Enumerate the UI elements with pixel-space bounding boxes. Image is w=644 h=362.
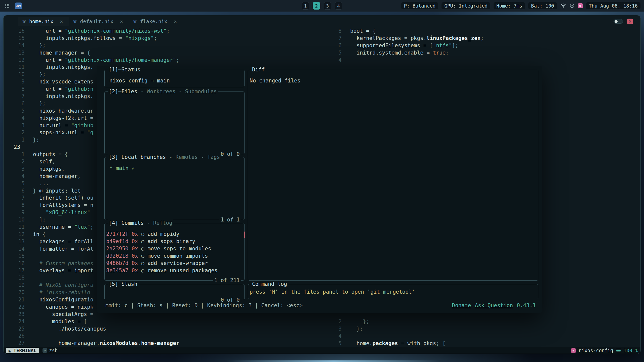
workspace-button-4[interactable]: 4 — [335, 2, 342, 10]
commit-row[interactable]: d920218 0x ○ move common imports — [106, 252, 243, 260]
editor-line[interactable]: 14 }; — [4, 42, 336, 49]
tab-close-icon[interactable]: × — [60, 18, 63, 24]
topbar-module[interactable]: P: Balanced — [401, 2, 438, 9]
line-number: 6 — [336, 42, 342, 49]
commit-row[interactable]: 2717f2f 0x ○ add mopidy — [106, 231, 243, 238]
commits-scrollbar[interactable] — [244, 232, 245, 238]
workspace-button-1[interactable]: 1 — [302, 2, 309, 10]
editor-line[interactable]: 25 ./hosts/canopus — [4, 325, 336, 333]
line-number: 8 — [4, 202, 25, 209]
tab-bar-tabs: ❄home.nix×❄default.nix×❄flake.nix× — [18, 15, 183, 27]
topbar-module[interactable]: GPU: Integrated — [441, 2, 490, 9]
editor-line[interactable]: 4 — [336, 333, 640, 340]
editor-pane-right-bottom: 2 };3 };45 home.packages = with pkgs; [ — [336, 318, 640, 347]
line-number: 17 — [4, 267, 25, 274]
panel-title-diff: Diff — [251, 66, 266, 73]
line-number: 5 — [336, 340, 342, 347]
shell-label: zsh — [49, 348, 58, 353]
panel-title-extra: - Remotes - Tags — [166, 154, 220, 161]
line-text: in { — [25, 231, 46, 238]
tab-close-icon[interactable]: × — [174, 18, 177, 24]
line-text — [25, 332, 33, 340]
shell-tab[interactable]: >zsh — [43, 348, 58, 353]
arrow-icon: → — [151, 77, 154, 84]
editor-line[interactable]: 13 home-manager = { — [4, 49, 336, 57]
editor-line[interactable]: 16 url = "github:nix-community/nixos-wsl… — [4, 27, 336, 35]
tray-circle-icon[interactable] — [570, 3, 575, 8]
lazygit-panel-stash[interactable]: [5]─Stash 0 of 0 — [104, 284, 245, 300]
editor-line[interactable]: 27 home-manager.nixosModules.home-manage… — [4, 340, 336, 347]
commit-author: 0x — [132, 231, 138, 237]
editor-line[interactable]: 5 home.packages = with pkgs; [ — [336, 340, 640, 347]
line-number: 20 — [4, 289, 25, 296]
lazygit-panel-commits[interactable]: [4]─Commits - Reflog 2717f2f 0x ○ add mo… — [104, 223, 245, 281]
editor-line[interactable]: 24 modules = [ — [4, 318, 336, 325]
panel-title-text: Status — [122, 66, 141, 73]
editor-line[interactable]: 15 inputs.nixpkgs.follows = "nixpkgs"; — [4, 35, 336, 42]
tab-home.nix[interactable]: ❄home.nix× — [18, 17, 69, 26]
line-number: 15 — [4, 253, 25, 260]
commit-hash: 8e345a7 — [106, 267, 129, 274]
link-donate[interactable]: Donate — [452, 302, 471, 309]
line-text: self, — [25, 158, 55, 165]
commit-row[interactable]: 8e345a7 0x ○ remove unused packages — [106, 267, 243, 274]
lazygit-panel-command-log[interactable]: Command log press 'M' in the files panel… — [248, 284, 538, 299]
lazygit-panel-branches[interactable]: [3]─Local branches - Remotes - Tags * ma… — [104, 157, 245, 220]
line-text: boot = { — [342, 27, 376, 35]
line-number: 7 — [4, 93, 25, 100]
pink-badge-icon[interactable] — [578, 3, 583, 8]
topbar-module[interactable]: Bat: 100 — [528, 2, 557, 9]
wallpaper-glow — [226, 360, 440, 362]
app-badge[interactable]: JW — [15, 3, 22, 9]
commit-message: move sops to modules — [147, 246, 211, 252]
commit-row[interactable]: 2a23950 0x ○ move sops to modules — [106, 245, 243, 252]
branch-row[interactable]: * main ✓ — [106, 165, 243, 172]
workspace-button-2[interactable]: 2 — [313, 2, 320, 10]
line-number: 19 — [4, 282, 25, 289]
editor-line[interactable]: 12 url = "github:nix-community/home-mana… — [4, 57, 336, 64]
link-ask-question[interactable]: Ask Question — [475, 302, 513, 309]
lazygit-panel-status[interactable]: [1]─Status nixos-config → main — [104, 70, 245, 87]
line-number: 13 — [4, 238, 25, 245]
workspaces: 1234 — [302, 2, 342, 10]
line-text: nur.url = "github — [25, 122, 93, 129]
wifi-icon[interactable] — [560, 3, 566, 8]
line-text: ]; — [25, 216, 46, 223]
editor-line[interactable]: 8boot = { — [336, 27, 640, 35]
window-close-button[interactable]: × — [627, 19, 633, 24]
lazygit-panel-files[interactable]: [2]─Files - Worktrees - Submodules 0 of … — [104, 92, 245, 154]
line-number: 4 — [4, 173, 25, 180]
line-text: kernelPackages = pkgs.linuxPackages_zen; — [342, 35, 484, 42]
line-text: initrd.systemd.enable = true; — [342, 49, 449, 57]
tab-flake.nix[interactable]: ❄flake.nix× — [129, 17, 183, 26]
topbar-module[interactable]: Home: 7ms — [494, 2, 525, 9]
app-menu-grid-icon[interactable] — [4, 2, 11, 10]
line-text: specialArgs = — [25, 311, 93, 318]
status-bar-left: ◣TERMINAL >zsh — [6, 348, 58, 353]
panel-title-commits: [4]─Commits - Reflog — [108, 220, 173, 227]
commit-row[interactable]: b49ef1d 0x ○ add sops binary — [106, 238, 243, 245]
lazygit-overlay: [1]─Status nixos-config → main [2]─Files… — [97, 66, 542, 313]
commit-node-icon: ○ — [141, 253, 144, 259]
editor-line[interactable]: 2 }; — [336, 318, 640, 325]
editor-line[interactable]: 5 initrd.systemd.enable = true; — [336, 49, 640, 57]
editor-line[interactable]: 3 }; — [336, 325, 640, 333]
line-number: 16 — [4, 260, 25, 267]
line-text: nixos-hardware.ur — [25, 107, 93, 115]
line-text — [25, 144, 33, 151]
tab-default.nix[interactable]: ❄default.nix× — [69, 17, 129, 26]
tab-close-icon[interactable]: × — [120, 18, 123, 24]
line-text: forAllSystems = n — [25, 202, 93, 209]
line-text: home-manager = { — [25, 49, 90, 57]
clock[interactable]: Thu Aug 08, 18:16 — [586, 2, 640, 9]
workspace-button-3[interactable]: 3 — [324, 2, 331, 10]
editor-line[interactable]: 26 — [4, 332, 336, 340]
commit-row[interactable]: 9486b7d 0x ○ add service-wrapper — [106, 260, 243, 267]
line-text: nixpkgs, — [25, 165, 65, 173]
editor-line[interactable]: 4 — [336, 57, 640, 64]
titlebar-toggle[interactable] — [614, 19, 623, 24]
editor-line[interactable]: 7 kernelPackages = pkgs.linuxPackages_ze… — [336, 35, 640, 42]
line-text: ./hosts/canopus — [25, 325, 106, 333]
lazygit-panel-diff[interactable]: Diff No changed files — [248, 70, 538, 281]
editor-line[interactable]: 6 supportedFilesystems = ["ntfs"]; — [336, 42, 640, 49]
